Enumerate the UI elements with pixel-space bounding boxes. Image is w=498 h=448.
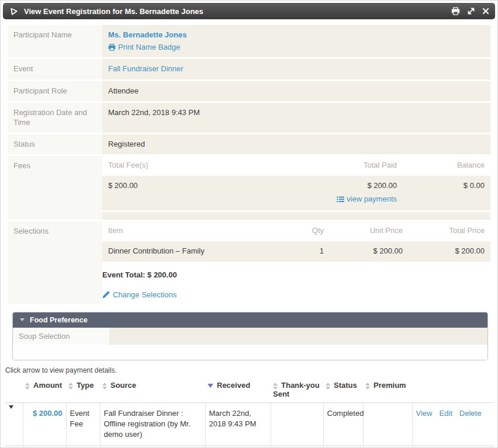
participant-role-value: Attendee bbox=[102, 81, 490, 101]
selections-row: Selections Item Qty Unit Price Total Pri… bbox=[8, 221, 490, 304]
soup-selection-row: Soup Selection bbox=[13, 328, 487, 345]
sort-arrows-icon bbox=[102, 383, 107, 390]
balance-value: $ 0.00 bbox=[397, 180, 485, 206]
print-icon[interactable] bbox=[451, 7, 460, 15]
payment-details-row: Amount Type Payment Method Received Tran… bbox=[5, 446, 494, 448]
list-icon bbox=[337, 196, 344, 203]
event-label: Event bbox=[8, 59, 102, 79]
edit-link[interactable]: Edit bbox=[439, 409, 452, 418]
kite-icon bbox=[9, 6, 19, 16]
selections-table-item-row: Dinner Contribution – Family 1 $ 200.00 … bbox=[102, 241, 490, 261]
item-unit-price: $ 200.00 bbox=[324, 246, 403, 256]
payments-col-thankyou[interactable]: Thank-you Sent bbox=[271, 377, 323, 403]
payment-thankyou bbox=[271, 402, 323, 446]
close-icon[interactable] bbox=[482, 8, 489, 15]
food-preference-header[interactable]: Food Preference bbox=[13, 312, 487, 328]
sort-arrows-icon bbox=[326, 383, 330, 390]
payments-col-source[interactable]: Source bbox=[100, 377, 205, 403]
participant-role-row: Participant Role Attendee bbox=[8, 81, 490, 101]
col-qty: Qty bbox=[271, 225, 324, 236]
payment-source: Fall Fundraiser Dinner : Offline registr… bbox=[100, 402, 205, 446]
view-payments-link[interactable]: view payments bbox=[347, 194, 397, 204]
fees-row: Fees Total Fee(s) Total Paid Balance $ 2… bbox=[8, 156, 490, 220]
soup-selection-label: Soup Selection bbox=[13, 328, 109, 345]
participant-role-label: Participant Role bbox=[8, 81, 102, 101]
payments-table: Amount Type Source Received Thank-you Se… bbox=[5, 377, 494, 448]
pencil-icon bbox=[102, 291, 110, 298]
payments-col-received[interactable]: Received bbox=[205, 377, 271, 403]
status-row: Status Registered bbox=[8, 134, 490, 154]
status-value: Registered bbox=[102, 134, 490, 154]
item-qty: 1 bbox=[271, 246, 324, 256]
col-total-fees: Total Fee(s) bbox=[108, 160, 262, 171]
selections-table-header: Item Qty Unit Price Total Price bbox=[102, 221, 490, 240]
view-link[interactable]: View bbox=[416, 409, 433, 418]
col-total-paid: Total Paid bbox=[262, 160, 397, 171]
total-fee-value: $ 200.00 bbox=[108, 180, 262, 206]
sort-arrows-icon bbox=[68, 383, 73, 390]
participant-name-label: Participant Name bbox=[8, 25, 102, 57]
selections-label: Selections bbox=[8, 221, 102, 304]
payment-row: $ 200.00 Event Fee Fall Fundraiser Dinne… bbox=[5, 402, 494, 446]
toggle-column-header bbox=[5, 377, 23, 403]
col-item: Item bbox=[108, 225, 271, 236]
payments-col-status[interactable]: Status bbox=[323, 377, 363, 403]
delete-link[interactable]: Delete bbox=[459, 409, 482, 418]
col-unit-price: Unit Price bbox=[324, 225, 403, 236]
col-total-price: Total Price bbox=[403, 225, 485, 236]
total-paid-value: $ 200.00 bbox=[367, 181, 397, 190]
sort-desc-icon bbox=[208, 384, 213, 388]
event-total: Event Total: $ 200.00 bbox=[102, 262, 490, 280]
food-preference-title: Food Preference bbox=[30, 316, 88, 324]
payments-col-premium[interactable]: Premium bbox=[363, 377, 412, 403]
sort-arrows-icon bbox=[365, 383, 370, 390]
payment-status: Completed bbox=[323, 402, 363, 446]
sort-arrows-icon bbox=[25, 383, 30, 390]
expand-row-icon[interactable] bbox=[9, 405, 13, 418]
payments-col-type[interactable]: Type bbox=[66, 377, 100, 403]
participant-name-value: Ms. Bernadette Jones Print Name Badge bbox=[102, 25, 490, 57]
payment-received: March 22nd, 2018 9:43 PM bbox=[205, 402, 271, 446]
collapse-arrow-icon bbox=[20, 318, 25, 321]
event-row: Event Fall Fundraiser Dinner bbox=[8, 59, 490, 79]
payments-hint: Click arrow to view payment details. bbox=[5, 366, 497, 374]
selections-table: Item Qty Unit Price Total Price Dinner C… bbox=[102, 221, 490, 304]
event-link[interactable]: Fall Fundraiser Dinner bbox=[108, 64, 184, 73]
payment-amount-link[interactable]: $ 200.00 bbox=[33, 409, 63, 418]
item-name: Dinner Contribution – Family bbox=[108, 246, 271, 256]
status-label: Status bbox=[8, 134, 102, 154]
view-event-registration-dialog: View Event Registration for Ms. Bernadet… bbox=[1, 3, 497, 448]
payments-col-actions bbox=[412, 377, 494, 403]
event-value: Fall Fundraiser Dinner bbox=[102, 59, 490, 79]
registration-date-text: March 22nd, 2018 9:43 PM bbox=[108, 108, 200, 117]
panel-spacer bbox=[13, 345, 487, 360]
change-selections-link[interactable]: Change Selections bbox=[113, 290, 177, 300]
payment-premium bbox=[363, 402, 412, 446]
payment-type: Event Fee bbox=[66, 402, 100, 446]
registration-date-value: March 22nd, 2018 9:43 PM bbox=[102, 103, 490, 133]
item-total-price: $ 200.00 bbox=[403, 246, 485, 256]
fees-label: Fees bbox=[8, 156, 102, 220]
registration-details: Participant Name Ms. Bernadette Jones Pr… bbox=[1, 22, 497, 304]
payments-header-row: Amount Type Source Received Thank-you Se… bbox=[5, 377, 494, 403]
soup-selection-value bbox=[109, 328, 487, 345]
registration-date-label: Registration Date and Time bbox=[8, 103, 102, 133]
printer-icon bbox=[108, 44, 116, 51]
col-balance: Balance bbox=[397, 160, 485, 171]
payments-col-amount[interactable]: Amount bbox=[23, 377, 66, 403]
fees-table-header: Total Fee(s) Total Paid Balance bbox=[102, 156, 490, 175]
dialog-titlebar[interactable]: View Event Registration for Ms. Bernadet… bbox=[3, 3, 495, 19]
registration-date-row: Registration Date and Time March 22nd, 2… bbox=[8, 103, 490, 133]
dialog-title: View Event Registration for Ms. Bernadet… bbox=[24, 7, 444, 16]
print-name-badge-link[interactable]: Print Name Badge bbox=[118, 42, 180, 53]
participant-name-row: Participant Name Ms. Bernadette Jones Pr… bbox=[8, 25, 490, 57]
food-preference-panel: Food Preference Soup Selection bbox=[12, 312, 488, 360]
fees-table-row: $ 200.00 $ 200.00 view payments $ 0.00 bbox=[102, 176, 490, 210]
fees-table: Total Fee(s) Total Paid Balance $ 200.00… bbox=[102, 156, 490, 220]
participant-name-link[interactable]: Ms. Bernadette Jones bbox=[108, 30, 186, 39]
sort-arrows-icon bbox=[273, 383, 278, 390]
expand-icon[interactable] bbox=[467, 7, 475, 15]
fees-spacer bbox=[102, 212, 490, 220]
